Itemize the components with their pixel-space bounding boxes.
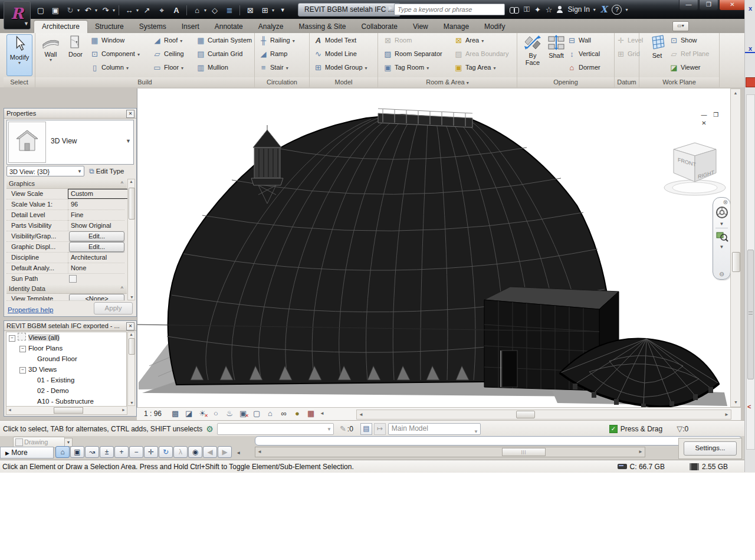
sign-in-icon[interactable]: [557, 6, 563, 13]
crop-view-icon[interactable]: ▣✕: [238, 409, 248, 418]
crop-region-visible-icon[interactable]: ▢: [252, 409, 261, 418]
door-button[interactable]: Door: [63, 34, 88, 76]
property-row[interactable]: Visibility/Grap...Edit...: [6, 231, 124, 242]
ceiling-button[interactable]: ▱Ceiling: [152, 48, 184, 60]
component-button[interactable]: ⊡Component▾: [90, 48, 140, 60]
visual-style-icon[interactable]: ◪: [184, 409, 193, 418]
switch-windows-icon[interactable]: ⊞: [258, 4, 271, 17]
steering-wheel-icon[interactable]: [715, 205, 729, 220]
shaft-button[interactable]: Shaft: [543, 34, 569, 76]
tab-systems[interactable]: Systems: [132, 21, 174, 33]
scrollbar-thumb[interactable]: |||: [502, 448, 546, 456]
collapse-icon[interactable]: −: [19, 367, 26, 374]
collapse-icon[interactable]: −: [9, 335, 15, 342]
tab-collaborate[interactable]: Collaborate: [354, 21, 405, 33]
zoom-out-button[interactable]: −: [129, 446, 143, 458]
design-option-combo[interactable]: Main Model▼: [388, 423, 481, 435]
save-icon[interactable]: ▣: [49, 4, 62, 17]
scrollbar-thumb[interactable]: [129, 188, 135, 220]
settings-button[interactable]: Settings...: [684, 441, 737, 456]
model-group-button[interactable]: ⊞Model Group▾: [313, 61, 367, 74]
tab-analyze[interactable]: Analyze: [251, 21, 291, 33]
tab-structure[interactable]: Structure: [87, 21, 132, 33]
outer-close-icon[interactable]: x: [745, 5, 755, 12]
graphics-header[interactable]: Graphics^: [6, 179, 127, 189]
chevron-down-icon[interactable]: ▼: [64, 438, 73, 447]
visibility-edit-button[interactable]: Edit...: [69, 231, 124, 241]
tab-insert[interactable]: Insert: [174, 21, 207, 33]
tag-by-category-icon[interactable]: ⌖: [155, 4, 168, 17]
application-menu-button[interactable]: R▼: [4, 1, 31, 30]
show-work-plane-button[interactable]: ⊡Show: [669, 34, 697, 47]
dormer-opening-button[interactable]: ⌂Dormer: [567, 61, 600, 74]
area-boundary-button[interactable]: ▨Area Boundary: [454, 48, 508, 60]
orbit-button[interactable]: ↻: [159, 446, 173, 458]
tab-massing-site[interactable]: Massing & Site: [291, 21, 354, 33]
view-restore-icon[interactable]: ❐: [711, 112, 721, 118]
panel-label-build[interactable]: Build: [35, 77, 254, 87]
property-row[interactable]: Graphic Displ...Edit...: [6, 241, 124, 253]
section-icon[interactable]: ◇: [208, 4, 221, 17]
graphic-display-edit-button[interactable]: Edit...: [69, 242, 124, 252]
exchange-apps-icon[interactable]: X: [600, 4, 608, 15]
previous-pan-zoom-button[interactable]: ↝: [85, 446, 99, 458]
property-row[interactable]: Default Analy...None: [6, 263, 124, 274]
shadows-icon[interactable]: ○: [211, 409, 221, 418]
wall-button[interactable]: Wall▾: [38, 34, 64, 76]
view-close-icon[interactable]: ✕: [699, 120, 709, 126]
property-row[interactable]: View ScaleCustom: [6, 188, 124, 199]
sun-path-icon[interactable]: ☀✕: [198, 409, 207, 418]
chevron-down-icon[interactable]: ▼: [713, 221, 730, 227]
tab-manage[interactable]: Manage: [436, 21, 477, 33]
room-button[interactable]: ⊠Room: [383, 34, 412, 47]
collapse-icon[interactable]: −: [19, 346, 26, 352]
panel-label-model[interactable]: Model: [310, 77, 378, 87]
worksets-combo[interactable]: ▼: [217, 423, 334, 435]
floor-button[interactable]: ▭Floor▾: [152, 61, 183, 74]
scrollbar-thumb[interactable]: [732, 252, 740, 272]
roof-button[interactable]: ◢Roof▾: [152, 34, 182, 47]
collapse-arrow-icon[interactable]: ◄: [320, 411, 324, 416]
design-options-dialog-icon[interactable]: ▤: [360, 423, 372, 435]
press-drag-checkbox[interactable]: ✓: [609, 425, 618, 433]
property-row[interactable]: View Template<None>: [6, 293, 124, 301]
tab-modify[interactable]: Modify: [477, 21, 513, 33]
curtain-grid-button[interactable]: ▤Curtain Grid: [196, 48, 242, 60]
zoom-next-button[interactable]: ▶: [218, 446, 232, 458]
look-button[interactable]: ◉: [188, 446, 202, 458]
close-hidden-windows-icon[interactable]: ⊠: [244, 4, 257, 17]
redo-icon[interactable]: ↷: [99, 4, 112, 17]
scrollbar-thumb[interactable]: [129, 338, 135, 355]
panel-label-datum[interactable]: Datum: [615, 77, 639, 87]
project-browser-close-icon[interactable]: ✕: [126, 322, 134, 330]
chevron-down-icon[interactable]: ▼: [713, 244, 730, 250]
detail-level-icon[interactable]: ▩: [170, 409, 180, 418]
panel-label-room-area[interactable]: Room & Area ▾: [378, 77, 517, 87]
scrollbar-thumb[interactable]: [516, 411, 535, 418]
unlocked-3d-view-icon[interactable]: ⌂: [265, 409, 275, 418]
canvas-vscrollbar[interactable]: ▲ ▼: [730, 89, 741, 407]
scrollbar-thumb[interactable]: [747, 250, 754, 379]
displacement-sets-icon[interactable]: ▦: [306, 409, 316, 418]
ramp-button[interactable]: ◢Ramp: [258, 48, 287, 60]
more-button[interactable]: ▶ More: [0, 447, 54, 459]
tree-item-ground-floor[interactable]: Ground Floor: [6, 353, 126, 364]
reveal-hidden-elements-icon[interactable]: ●: [293, 409, 302, 418]
outer-close-icon-2[interactable]: x: [745, 45, 755, 53]
add-to-set-icon[interactable]: ↦: [374, 423, 386, 435]
panel-label-select[interactable]: Select: [4, 77, 35, 87]
minimize-button[interactable]: —: [679, 0, 698, 11]
sync-with-central-icon[interactable]: ↻: [64, 4, 77, 17]
viewer-button[interactable]: ◪Viewer: [669, 61, 700, 74]
area-button[interactable]: ⊠Area▾: [454, 34, 484, 47]
edit-type-button[interactable]: ⧉ Edit Type: [89, 166, 124, 176]
measure-icon[interactable]: ↔: [123, 4, 136, 17]
scrollbar-thumb[interactable]: [54, 407, 83, 414]
dynamic-zoom-button[interactable]: ±: [100, 446, 114, 458]
room-separator-button[interactable]: ▨Room Separator: [383, 48, 442, 60]
help-icon[interactable]: ?: [612, 5, 622, 15]
grid-button[interactable]: ⊞Grid: [616, 48, 640, 60]
thin-lines-icon[interactable]: ≣: [223, 4, 236, 17]
zoom-in-button[interactable]: +: [114, 446, 129, 458]
zoom-previous-button[interactable]: ◀: [203, 446, 217, 458]
